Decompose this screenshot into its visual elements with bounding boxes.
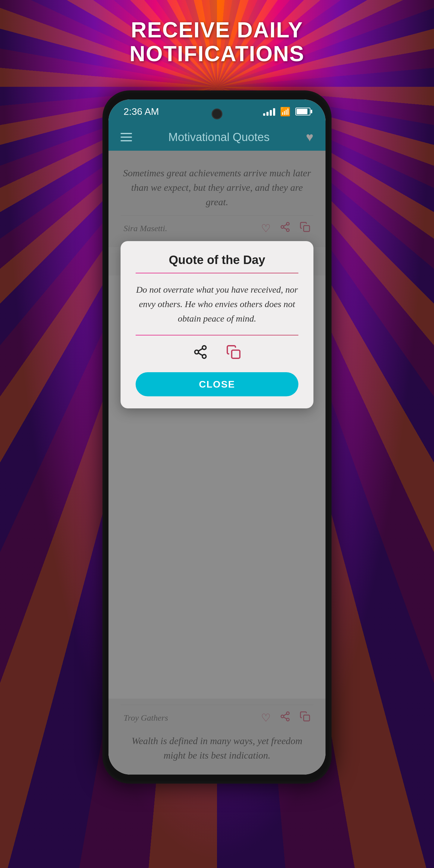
app-title: Motivational Quotes (168, 131, 270, 144)
svg-point-7 (195, 350, 198, 354)
modal-copy-button[interactable] (226, 344, 241, 363)
modal-share-button[interactable] (193, 344, 208, 363)
promo-text: RECEIVE DAILY NOTIFICATIONS (0, 18, 434, 66)
svg-point-6 (202, 346, 206, 350)
battery-icon (296, 107, 310, 116)
svg-point-8 (202, 354, 206, 358)
svg-line-10 (198, 349, 203, 351)
svg-line-9 (198, 353, 203, 355)
phone-frame: 2:36 AM 📶 Motivational Quotes ♥ (102, 90, 332, 784)
phone-screen: 2:36 AM 📶 Motivational Quotes ♥ (108, 99, 326, 775)
modal-divider-bottom (135, 335, 299, 336)
modal-overlay: Quote of the Day Do not overrate what yo… (108, 151, 326, 775)
phone-content: Sometimes great achievements arrive much… (108, 151, 326, 775)
status-icons: 📶 (263, 107, 310, 117)
close-button[interactable]: CLOSE (135, 372, 299, 396)
modal-quote-text: Do not overrate what you have received, … (135, 282, 299, 326)
modal-actions (135, 344, 299, 363)
svg-rect-11 (232, 350, 240, 358)
wifi-icon: 📶 (280, 107, 290, 117)
menu-button[interactable] (121, 133, 132, 141)
signal-icon (263, 107, 275, 116)
modal-divider-top (135, 273, 299, 273)
modal-box: Quote of the Day Do not overrate what yo… (121, 241, 313, 408)
modal-title: Quote of the Day (135, 253, 299, 267)
app-header: Motivational Quotes ♥ (108, 124, 326, 151)
camera-notch (212, 108, 222, 119)
promo-line1: RECEIVE DAILY (0, 18, 434, 42)
status-time: 2:36 AM (124, 106, 159, 117)
promo-line2: NOTIFICATIONS (0, 42, 434, 66)
favorites-button[interactable]: ♥ (306, 130, 313, 144)
